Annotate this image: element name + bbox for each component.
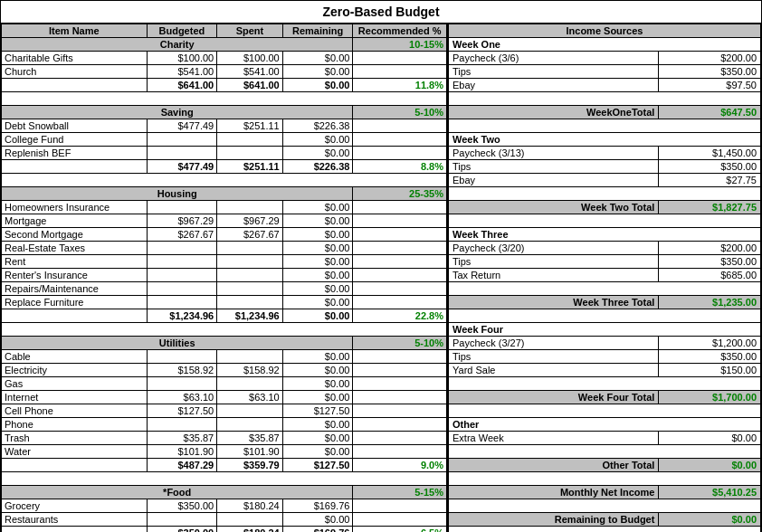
budgeted: $967.29: [147, 214, 217, 228]
spacer-row: [449, 309, 761, 323]
section-pct: 5-10%: [353, 337, 447, 350]
income-source-name: Paycheck (3/20): [449, 242, 659, 255]
table-row: Electricity$158.92$158.92$0.00: [2, 364, 447, 377]
income-source-name: Tips: [449, 160, 659, 174]
week-total-value: $1,827.75: [659, 201, 761, 214]
spacer-row: [449, 527, 761, 533]
item-name: Grocery: [2, 499, 148, 513]
remaining: $0.00: [282, 201, 353, 214]
section-header-2: Housing25-35%: [2, 187, 447, 201]
budgeted: [147, 296, 217, 309]
table-row: Rent$0.00: [2, 255, 447, 269]
budgeted: [147, 418, 217, 432]
table-row: Cell Phone$127.50$127.50: [2, 404, 447, 418]
week-total-row-0: WeekOneTotal$647.50: [449, 106, 761, 119]
total-remaining: $0.00: [282, 309, 353, 323]
spent: [217, 255, 283, 269]
table-row: Real-Estate Taxes$0.00: [2, 242, 447, 255]
table-row: College Fund$0.00: [2, 133, 447, 147]
col-remaining: Remaining: [282, 24, 353, 38]
item-name: Real-Estate Taxes: [2, 242, 148, 255]
total-budgeted: $350.00: [147, 527, 217, 533]
table-row: Mortgage$967.29$967.29$0.00: [2, 214, 447, 228]
list-item: Tips$350.00: [449, 160, 761, 174]
spacer-row: [2, 323, 447, 337]
section-name: Housing: [2, 187, 353, 201]
income-source-value: $350.00: [659, 350, 761, 364]
week-label: Week One: [449, 38, 761, 52]
income-source-value: $27.75: [659, 174, 761, 187]
recommended: [353, 269, 447, 282]
spent: [217, 133, 283, 147]
recommended: [353, 350, 447, 364]
left-panel: Item Name Budgeted Spent Remaining Recom…: [0, 24, 448, 532]
spent: $267.67: [217, 228, 283, 242]
spent: $63.10: [217, 391, 283, 404]
item-name: Homeowners Insurance: [2, 201, 148, 214]
week-total-label: Week Four Total: [449, 391, 659, 404]
budgeted: $267.67: [147, 228, 217, 242]
section-total-row: $477.49$251.11$226.388.8%: [2, 160, 447, 174]
remaining: $169.76: [282, 499, 353, 513]
week-header-2: Week Three: [449, 228, 761, 242]
recommended: [353, 499, 447, 513]
table-row: Repairs/Maintenance$0.00: [2, 282, 447, 296]
remaining: $0.00: [282, 513, 353, 527]
section-name: Saving: [2, 106, 353, 119]
budgeted: $101.90: [147, 445, 217, 459]
spent: [217, 350, 283, 364]
remaining: $0.00: [282, 418, 353, 432]
other-item-value: $0.00: [659, 432, 761, 445]
monthly-net-income-label: Monthly Net Income: [449, 486, 659, 499]
remaining: $0.00: [282, 445, 353, 459]
remaining-label: Remaining to Budget: [449, 513, 659, 527]
other-label: Other: [449, 418, 761, 432]
monthly-net-income-row: Monthly Net Income$5,410.25: [449, 486, 761, 499]
col-recommended: Recommended %: [353, 24, 447, 38]
total-remaining: $226.38: [282, 160, 353, 174]
budgeted: $350.00: [147, 499, 217, 513]
total-budgeted: $641.00: [147, 79, 217, 92]
income-source-name: Ebay: [449, 174, 659, 187]
item-name: Trash: [2, 432, 148, 445]
recommended: [353, 418, 447, 432]
recommended: [353, 445, 447, 459]
recommended: [353, 133, 447, 147]
remaining: $127.50: [282, 404, 353, 418]
table-row: Restaurants$0.00: [2, 513, 447, 527]
budgeted: [147, 133, 217, 147]
section-header-3: Utilities5-10%: [2, 337, 447, 350]
spent: [217, 147, 283, 160]
list-item: Tips$350.00: [449, 255, 761, 269]
budgeted: [147, 242, 217, 255]
monthly-net-income-value: $5,410.25: [659, 486, 761, 499]
spent: [217, 404, 283, 418]
remaining: $0.00: [282, 269, 353, 282]
week-header-0: Week One: [449, 38, 761, 52]
total-pct: 11.8%: [353, 79, 447, 92]
remaining-to-budget-row: Remaining to Budget$0.00: [449, 513, 761, 527]
total-spent: $251.11: [217, 160, 283, 174]
remaining: $0.00: [282, 391, 353, 404]
spent: $100.00: [217, 52, 283, 65]
income-source-name: Paycheck (3/6): [449, 52, 659, 65]
recommended: [353, 201, 447, 214]
recommended: [353, 228, 447, 242]
income-source-value: $350.00: [659, 65, 761, 79]
other-total-row: Other Total$0.00: [449, 459, 761, 472]
income-source-value: $97.50: [659, 79, 761, 92]
total-label: [2, 527, 148, 533]
budgeted: $127.50: [147, 404, 217, 418]
week-total-value: $647.50: [659, 106, 761, 119]
table-row: Water$101.90$101.90$0.00: [2, 445, 447, 459]
spent: [217, 377, 283, 391]
total-spent: $359.79: [217, 459, 283, 472]
spent: [217, 418, 283, 432]
week-total-label: Week Three Total: [449, 296, 659, 309]
recommended: [353, 296, 447, 309]
week-total-label: WeekOneTotal: [449, 106, 659, 119]
budgeted: [147, 377, 217, 391]
recommended: [353, 214, 447, 228]
budgeted: [147, 255, 217, 269]
col-spent: Spent: [217, 24, 283, 38]
